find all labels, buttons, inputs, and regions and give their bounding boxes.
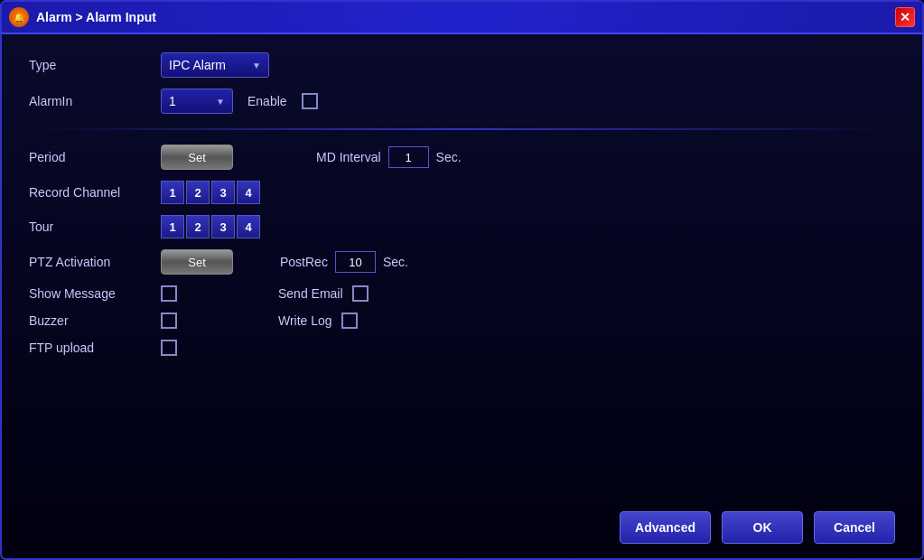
- postrec-input[interactable]: [335, 251, 376, 273]
- record-channel-row: Record Channel 1 2 3 4: [29, 181, 895, 204]
- footer: Advanced OK Cancel: [2, 502, 922, 558]
- alarm-icon: 🔔: [9, 7, 29, 27]
- record-channel-boxes: 1 2 3 4: [161, 181, 260, 204]
- md-sec-label: Sec.: [436, 150, 462, 164]
- write-log-label: Write Log: [278, 313, 332, 328]
- buzzer-checkbox[interactable]: [161, 313, 177, 329]
- period-label: Period: [29, 150, 146, 164]
- ftp-upload-checkbox[interactable]: [161, 340, 177, 356]
- record-channel-label: Record Channel: [29, 185, 146, 200]
- tour-channel-boxes: 1 2 3 4: [161, 215, 260, 238]
- period-set-button[interactable]: Set: [161, 145, 233, 170]
- record-channel-2[interactable]: 2: [186, 181, 210, 204]
- ftp-upload-label: FTP upload: [29, 341, 146, 355]
- send-email-checkbox[interactable]: [352, 285, 369, 302]
- close-button[interactable]: ✕: [895, 7, 915, 27]
- type-dropdown-arrow: ▼: [252, 61, 261, 70]
- ptz-label: PTZ Activation: [29, 255, 146, 269]
- tour-channel-4[interactable]: 4: [237, 215, 260, 238]
- tour-channel-2[interactable]: 2: [186, 215, 210, 238]
- tour-channel-1[interactable]: 1: [161, 215, 184, 238]
- record-channel-4[interactable]: 4: [237, 181, 260, 204]
- postrec-label: PostRec: [280, 255, 328, 269]
- md-interval-input[interactable]: [388, 146, 429, 168]
- main-window: 🔔 Alarm > Alarm Input ✕ Type IPC Alarm ▼…: [0, 0, 924, 560]
- alarmin-value: 1: [169, 94, 176, 108]
- write-log-row: Write Log: [278, 313, 358, 329]
- tour-label: Tour: [29, 219, 146, 234]
- enable-checkbox[interactable]: [302, 93, 318, 109]
- buzzer-write-log-row: Buzzer Write Log: [29, 313, 895, 329]
- alarmin-label: AlarmIn: [29, 94, 146, 108]
- ftp-upload-row: FTP upload: [29, 340, 895, 356]
- record-channel-1[interactable]: 1: [161, 181, 184, 204]
- type-row: Type IPC Alarm ▼: [29, 52, 895, 78]
- tour-channel-3[interactable]: 3: [211, 215, 235, 238]
- type-label: Type: [29, 58, 146, 72]
- md-interval-label: MD Interval: [316, 150, 381, 164]
- show-message-label: Show Message: [29, 286, 146, 301]
- md-interval-row: MD Interval Sec.: [316, 146, 462, 168]
- advanced-button[interactable]: Advanced: [620, 511, 711, 544]
- divider: [29, 128, 895, 130]
- alarmin-row: AlarmIn 1 ▼ Enable: [29, 89, 895, 114]
- postrec-row: PostRec Sec.: [280, 251, 408, 273]
- ok-button[interactable]: OK: [722, 511, 803, 544]
- record-channel-3[interactable]: 3: [211, 181, 235, 204]
- period-md-row: Period Set MD Interval Sec.: [29, 145, 895, 170]
- postrec-sec-label: Sec.: [383, 255, 408, 269]
- show-message-send-email-row: Show Message Send Email: [29, 285, 895, 302]
- alarmin-dropdown-arrow: ▼: [216, 97, 225, 107]
- buzzer-label: Buzzer: [29, 313, 146, 328]
- ptz-set-button[interactable]: Set: [161, 249, 233, 275]
- window-title: Alarm > Alarm Input: [36, 10, 156, 24]
- show-message-checkbox[interactable]: [161, 285, 177, 302]
- tour-row: Tour 1 2 3 4: [29, 215, 895, 238]
- ptz-postrec-row: PTZ Activation Set PostRec Sec.: [29, 249, 895, 275]
- cancel-button[interactable]: Cancel: [814, 511, 895, 544]
- enable-label: Enable: [247, 94, 287, 108]
- alarmin-dropdown[interactable]: 1 ▼: [161, 89, 233, 114]
- type-value: IPC Alarm: [169, 58, 226, 72]
- content-area: Type IPC Alarm ▼ AlarmIn 1 ▼ Enable Peri…: [2, 34, 922, 502]
- titlebar: 🔔 Alarm > Alarm Input ✕: [2, 2, 922, 34]
- send-email-row: Send Email: [278, 285, 369, 302]
- titlebar-left: 🔔 Alarm > Alarm Input: [9, 7, 156, 27]
- send-email-label: Send Email: [278, 286, 343, 301]
- type-dropdown[interactable]: IPC Alarm ▼: [161, 52, 269, 78]
- write-log-checkbox[interactable]: [341, 313, 358, 329]
